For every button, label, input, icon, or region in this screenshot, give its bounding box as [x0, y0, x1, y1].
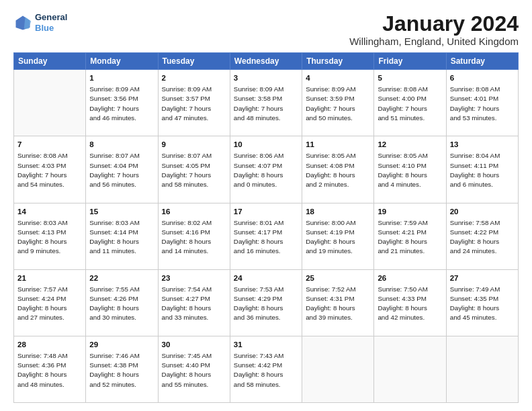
day-cell: 24Sunrise: 7:53 AM Sunset: 4:29 PM Dayli… [230, 269, 302, 336]
day-info: Sunrise: 8:03 AM Sunset: 4:14 PM Dayligh… [89, 218, 154, 257]
day-info: Sunrise: 7:58 AM Sunset: 4:22 PM Dayligh… [450, 218, 515, 257]
day-info: Sunrise: 8:06 AM Sunset: 4:07 PM Dayligh… [234, 151, 298, 189]
day-info: Sunrise: 8:01 AM Sunset: 4:17 PM Dayligh… [234, 218, 298, 257]
day-number: 2 [162, 73, 226, 83]
week-row-1: 1Sunrise: 8:09 AM Sunset: 3:56 PM Daylig… [14, 70, 519, 136]
day-info: Sunrise: 8:09 AM Sunset: 3:58 PM Dayligh… [234, 85, 298, 123]
day-number: 18 [306, 206, 370, 217]
day-cell [446, 336, 518, 402]
day-cell: 4Sunrise: 8:09 AM Sunset: 3:59 PM Daylig… [302, 70, 374, 136]
day-number: 15 [89, 206, 154, 217]
day-number: 7 [17, 139, 82, 150]
day-cell [302, 336, 374, 402]
day-info: Sunrise: 8:03 AM Sunset: 4:13 PM Dayligh… [17, 218, 82, 257]
day-cell: 7Sunrise: 8:08 AM Sunset: 4:03 PM Daylig… [14, 136, 86, 203]
day-cell: 14Sunrise: 8:03 AM Sunset: 4:13 PM Dayli… [14, 203, 86, 269]
day-cell: 9Sunrise: 8:07 AM Sunset: 4:05 PM Daylig… [158, 136, 230, 203]
day-info: Sunrise: 8:07 AM Sunset: 4:04 PM Dayligh… [89, 151, 154, 189]
day-cell: 19Sunrise: 7:59 AM Sunset: 4:21 PM Dayli… [374, 203, 446, 269]
day-number: 14 [17, 206, 82, 217]
day-cell: 8Sunrise: 8:07 AM Sunset: 4:04 PM Daylig… [86, 136, 158, 203]
col-header-friday: Friday [374, 53, 446, 70]
day-number: 24 [234, 273, 298, 283]
day-cell [374, 336, 446, 402]
day-cell: 26Sunrise: 7:50 AM Sunset: 4:33 PM Dayli… [374, 269, 446, 336]
day-number: 23 [162, 273, 226, 283]
day-info: Sunrise: 7:48 AM Sunset: 4:36 PM Dayligh… [17, 351, 82, 390]
logo-text: General Blue [35, 12, 67, 33]
day-cell: 23Sunrise: 7:54 AM Sunset: 4:27 PM Dayli… [158, 269, 230, 336]
day-cell: 5Sunrise: 8:08 AM Sunset: 4:00 PM Daylig… [374, 70, 446, 136]
day-cell: 22Sunrise: 7:55 AM Sunset: 4:26 PM Dayli… [86, 269, 158, 336]
day-number: 10 [234, 139, 298, 150]
week-row-4: 21Sunrise: 7:57 AM Sunset: 4:24 PM Dayli… [14, 269, 519, 336]
day-cell: 30Sunrise: 7:45 AM Sunset: 4:40 PM Dayli… [158, 336, 230, 402]
header-row: SundayMondayTuesdayWednesdayThursdayFrid… [14, 53, 519, 70]
day-number: 13 [450, 139, 515, 150]
header: General Blue January 2024 Willingham, En… [13, 12, 519, 47]
day-cell [14, 70, 86, 136]
day-number: 21 [17, 273, 82, 283]
day-number: 19 [378, 206, 442, 217]
col-header-thursday: Thursday [302, 53, 374, 70]
day-cell: 18Sunrise: 8:00 AM Sunset: 4:19 PM Dayli… [302, 203, 374, 269]
day-info: Sunrise: 7:43 AM Sunset: 4:42 PM Dayligh… [234, 351, 298, 390]
week-row-2: 7Sunrise: 8:08 AM Sunset: 4:03 PM Daylig… [14, 136, 519, 203]
calendar-header: SundayMondayTuesdayWednesdayThursdayFrid… [14, 53, 519, 70]
col-header-tuesday: Tuesday [158, 53, 230, 70]
day-number: 25 [306, 273, 370, 283]
month-title: January 2024 [349, 12, 519, 36]
day-cell: 3Sunrise: 8:09 AM Sunset: 3:58 PM Daylig… [230, 70, 302, 136]
col-header-saturday: Saturday [446, 53, 518, 70]
day-info: Sunrise: 7:46 AM Sunset: 4:38 PM Dayligh… [89, 351, 154, 390]
day-number: 8 [89, 139, 154, 150]
week-row-3: 14Sunrise: 8:03 AM Sunset: 4:13 PM Dayli… [14, 203, 519, 269]
day-cell: 27Sunrise: 7:49 AM Sunset: 4:35 PM Dayli… [446, 269, 518, 336]
day-info: Sunrise: 8:02 AM Sunset: 4:16 PM Dayligh… [162, 218, 226, 257]
day-number: 27 [450, 273, 515, 283]
calendar-body: 1Sunrise: 8:09 AM Sunset: 3:56 PM Daylig… [14, 70, 519, 403]
day-info: Sunrise: 8:05 AM Sunset: 4:08 PM Dayligh… [306, 151, 370, 189]
day-number: 1 [89, 73, 154, 83]
day-info: Sunrise: 7:55 AM Sunset: 4:26 PM Dayligh… [89, 285, 154, 323]
day-cell: 11Sunrise: 8:05 AM Sunset: 4:08 PM Dayli… [302, 136, 374, 203]
day-cell: 13Sunrise: 8:04 AM Sunset: 4:11 PM Dayli… [446, 136, 518, 203]
day-number: 4 [306, 73, 370, 83]
day-info: Sunrise: 8:00 AM Sunset: 4:19 PM Dayligh… [306, 218, 370, 257]
day-number: 9 [162, 139, 226, 150]
day-number: 29 [89, 339, 154, 350]
day-number: 26 [378, 273, 442, 283]
day-info: Sunrise: 8:08 AM Sunset: 4:03 PM Dayligh… [17, 151, 82, 189]
day-cell: 10Sunrise: 8:06 AM Sunset: 4:07 PM Dayli… [230, 136, 302, 203]
day-info: Sunrise: 8:04 AM Sunset: 4:11 PM Dayligh… [450, 151, 515, 189]
day-number: 12 [378, 139, 442, 150]
day-info: Sunrise: 8:08 AM Sunset: 4:01 PM Dayligh… [450, 85, 515, 123]
day-info: Sunrise: 7:54 AM Sunset: 4:27 PM Dayligh… [162, 285, 226, 323]
day-info: Sunrise: 8:09 AM Sunset: 3:56 PM Dayligh… [89, 85, 154, 123]
day-info: Sunrise: 8:08 AM Sunset: 4:00 PM Dayligh… [378, 85, 442, 123]
day-number: 5 [378, 73, 442, 83]
day-number: 11 [306, 139, 370, 150]
col-header-wednesday: Wednesday [230, 53, 302, 70]
day-number: 17 [234, 206, 298, 217]
day-number: 20 [450, 206, 515, 217]
day-info: Sunrise: 7:57 AM Sunset: 4:24 PM Dayligh… [17, 285, 82, 323]
day-cell: 15Sunrise: 8:03 AM Sunset: 4:14 PM Dayli… [86, 203, 158, 269]
day-info: Sunrise: 8:09 AM Sunset: 3:57 PM Dayligh… [162, 85, 226, 123]
day-info: Sunrise: 7:53 AM Sunset: 4:29 PM Dayligh… [234, 285, 298, 323]
day-cell: 6Sunrise: 8:08 AM Sunset: 4:01 PM Daylig… [446, 70, 518, 136]
day-cell: 17Sunrise: 8:01 AM Sunset: 4:17 PM Dayli… [230, 203, 302, 269]
day-cell: 16Sunrise: 8:02 AM Sunset: 4:16 PM Dayli… [158, 203, 230, 269]
day-number: 31 [234, 339, 298, 350]
day-cell: 25Sunrise: 7:52 AM Sunset: 4:31 PM Dayli… [302, 269, 374, 336]
day-number: 3 [234, 73, 298, 83]
week-row-5: 28Sunrise: 7:48 AM Sunset: 4:36 PM Dayli… [14, 336, 519, 402]
day-info: Sunrise: 8:07 AM Sunset: 4:05 PM Dayligh… [162, 151, 226, 189]
day-number: 16 [162, 206, 226, 217]
day-info: Sunrise: 8:05 AM Sunset: 4:10 PM Dayligh… [378, 151, 442, 189]
logo-icon [13, 13, 32, 32]
day-number: 6 [450, 73, 515, 83]
day-number: 22 [89, 273, 154, 283]
day-cell: 28Sunrise: 7:48 AM Sunset: 4:36 PM Dayli… [14, 336, 86, 402]
day-cell: 31Sunrise: 7:43 AM Sunset: 4:42 PM Dayli… [230, 336, 302, 402]
